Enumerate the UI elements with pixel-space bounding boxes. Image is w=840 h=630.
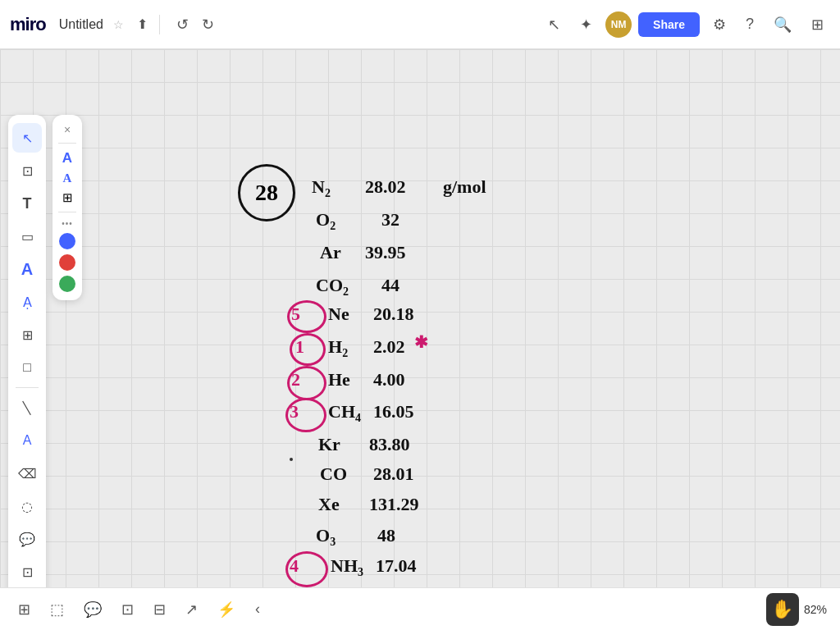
entry-n2-value: 28.02: [365, 176, 406, 198]
entry-n2: N2: [312, 176, 331, 200]
entry-h2-asterisk: ✱: [414, 332, 428, 352]
red-color-swatch[interactable]: [59, 254, 75, 271]
font-style-tool[interactable]: Ạ: [12, 287, 42, 317]
rectangle-tool[interactable]: □: [12, 353, 42, 382]
entry-co-value: 28.01: [373, 463, 414, 485]
entry-co: CO: [320, 463, 347, 485]
entry-he-value: 4.00: [373, 369, 405, 390]
frame-bottom-button[interactable]: ⊡: [116, 597, 139, 622]
entry-n2-unit: g/mol: [443, 176, 486, 198]
entry-co2-value: 44: [381, 275, 399, 296]
pen-tool[interactable]: A: [12, 426, 42, 455]
entry-kr-value: 83.80: [369, 434, 410, 455]
text-large-tool[interactable]: A: [12, 254, 42, 284]
entry-he: He: [328, 369, 350, 390]
comment-tool[interactable]: 💬: [12, 524, 42, 554]
entry-ne: Ne: [328, 304, 349, 325]
close-panel-button[interactable]: ×: [64, 123, 71, 136]
entry-o3: O3: [316, 525, 336, 549]
divider: [159, 15, 160, 34]
chevron-left-button[interactable]: ‹: [250, 597, 265, 621]
entry-ch4: CH4: [328, 401, 361, 425]
undo-redo-group: ↺ ↻: [171, 12, 219, 37]
select-tool[interactable]: ↖: [12, 123, 42, 153]
sticky-bottom-button[interactable]: ⬚: [45, 597, 69, 622]
entry-o2-value: 32: [381, 209, 399, 231]
component-tool[interactable]: ⊞: [12, 320, 42, 349]
star-icon[interactable]: ☆: [113, 18, 124, 31]
entry-h2: H2: [328, 336, 348, 360]
entry-3: 3: [290, 401, 299, 422]
small-dot: [290, 458, 293, 461]
group-icon[interactable]: ⊞: [62, 190, 73, 205]
entry-5: 5: [291, 304, 300, 325]
entry-nh3: NH3: [331, 555, 363, 579]
entry-nh3-value: 17.04: [376, 555, 417, 577]
entry-o2: O2: [316, 209, 336, 233]
crop-tool[interactable]: ⊡: [12, 557, 42, 587]
search-button[interactable]: 🔍: [767, 11, 798, 39]
text-tool[interactable]: T: [12, 189, 42, 218]
green-color-swatch[interactable]: [59, 276, 75, 292]
line-tool[interactable]: │: [7, 387, 47, 427]
entry-xe: Xe: [318, 494, 340, 515]
entry-xe-value: 131.29: [369, 494, 419, 515]
canvas: ↖ ⊡ T ▭ A Ạ ⊞ □ │ A ⌫ ◌ 💬 ⊡ ⊓ ••• × A A …: [0, 49, 840, 630]
entry-ar-value: 39.95: [365, 242, 406, 263]
cursor-mode-button[interactable]: ↖: [541, 11, 567, 39]
toolbar-right: ↖ ✦ NM Share ⚙ ? 🔍 ⊞: [541, 11, 830, 39]
blue-color-swatch[interactable]: [59, 233, 75, 249]
entry-ch4-value: 16.05: [373, 401, 414, 422]
color-panel: × A A ⊞ •••: [52, 115, 82, 300]
color-panel-divider: [58, 143, 76, 144]
circle-28: 28: [238, 164, 295, 221]
lightning-button[interactable]: ⚡: [212, 597, 240, 622]
entry-2: 2: [291, 369, 300, 390]
sticky-tool[interactable]: ▭: [12, 221, 42, 251]
grid-button[interactable]: ⊞: [13, 597, 35, 622]
frame-tool[interactable]: ⊡: [12, 156, 42, 185]
entry-o3-value: 48: [377, 525, 395, 546]
eraser-tool[interactable]: ⌫: [12, 459, 42, 488]
export-bottom-button[interactable]: ↗: [180, 597, 203, 622]
logo: miro: [10, 14, 46, 35]
entry-ne-value: 20.18: [373, 304, 414, 325]
entry-ar: Ar: [320, 242, 341, 263]
redo-button[interactable]: ↻: [197, 12, 219, 37]
zoom-cursor-button[interactable]: ✋: [766, 593, 799, 626]
zoom-percentage: 82%: [804, 603, 827, 616]
panel-divider: [16, 387, 39, 388]
left-tool-panel: ↖ ⊡ T ▭ A Ạ ⊞ □ │ A ⌫ ◌ 💬 ⊡ ⊓ •••: [8, 115, 46, 630]
lasso-tool[interactable]: ◌: [12, 491, 42, 521]
zoom-controls: ✋ 82%: [766, 593, 827, 626]
more-colors[interactable]: •••: [62, 219, 73, 228]
comment-bottom-button[interactable]: 💬: [79, 597, 107, 622]
upload-icon[interactable]: ⬆: [137, 16, 148, 32]
share-button[interactable]: Share: [638, 12, 700, 37]
font-style-indicator[interactable]: A: [63, 171, 72, 185]
color-panel-divider-2: [58, 212, 76, 212]
text-color-indicator[interactable]: A: [62, 150, 72, 167]
entry-1: 1: [295, 336, 304, 358]
document-title: Untitled: [59, 17, 103, 32]
entry-kr: Kr: [318, 434, 340, 455]
layout-button[interactable]: ⊟: [148, 597, 171, 622]
avatar[interactable]: NM: [605, 11, 632, 38]
sparkle-button[interactable]: ✦: [573, 11, 599, 39]
bottom-toolbar: ⊞ ⬚ 💬 ⊡ ⊟ ↗ ⚡ ‹ ✋ 82%: [0, 587, 840, 630]
top-toolbar: miro Untitled ☆ ⬆ ↺ ↻ ↖ ✦ NM Share ⚙ ? 🔍…: [0, 0, 840, 49]
entry-co2: CO2: [316, 275, 349, 299]
undo-button[interactable]: ↺: [171, 12, 194, 37]
settings-button[interactable]: ⚙: [706, 11, 733, 39]
entry-h2-value: 2.02: [373, 336, 405, 358]
entry-4: 4: [290, 555, 299, 577]
cursor-hand-icon: ✋: [771, 599, 793, 620]
panels-button[interactable]: ⊞: [805, 11, 830, 39]
circle-28-text: 28: [255, 180, 278, 206]
help-button[interactable]: ?: [739, 11, 760, 38]
